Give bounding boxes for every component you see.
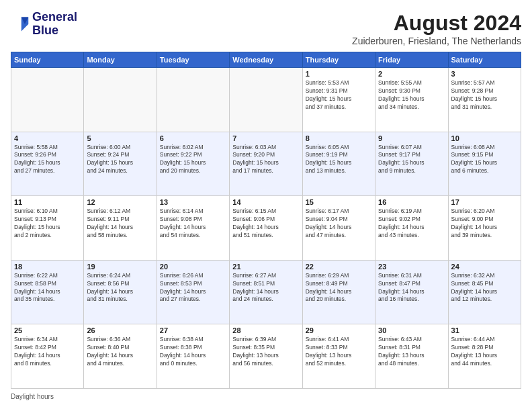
calendar-cell: 5Sunrise: 6:00 AMSunset: 9:24 PMDaylight… bbox=[84, 132, 157, 196]
day-info: Sunrise: 5:58 AMSunset: 9:26 PMDaylight:… bbox=[14, 144, 81, 176]
day-number: 1 bbox=[306, 70, 372, 78]
day-info: Sunrise: 6:24 AMSunset: 8:56 PMDaylight:… bbox=[87, 272, 153, 304]
day-number: 15 bbox=[306, 198, 372, 206]
calendar-header-saturday: Saturday bbox=[448, 52, 521, 68]
day-info: Sunrise: 6:43 AMSunset: 8:31 PMDaylight:… bbox=[378, 336, 445, 368]
day-number: 3 bbox=[451, 70, 518, 78]
day-number: 12 bbox=[87, 198, 153, 206]
calendar-cell bbox=[11, 68, 84, 132]
calendar-week-1: 1Sunrise: 5:53 AMSunset: 9:31 PMDaylight… bbox=[11, 68, 521, 132]
day-number: 6 bbox=[160, 134, 226, 142]
day-number: 10 bbox=[451, 134, 518, 142]
day-number: 31 bbox=[451, 326, 518, 334]
day-number: 8 bbox=[306, 134, 372, 142]
calendar-header-row: SundayMondayTuesdayWednesdayThursdayFrid… bbox=[11, 52, 521, 68]
calendar-cell: 9Sunrise: 6:07 AMSunset: 9:17 PMDaylight… bbox=[375, 132, 448, 196]
day-info: Sunrise: 6:29 AMSunset: 8:49 PMDaylight:… bbox=[306, 272, 372, 304]
day-number: 22 bbox=[306, 263, 372, 271]
calendar-cell: 6Sunrise: 6:02 AMSunset: 9:22 PMDaylight… bbox=[157, 132, 229, 196]
day-info: Sunrise: 6:15 AMSunset: 9:06 PMDaylight:… bbox=[232, 208, 299, 240]
footer: Daylight hours bbox=[11, 393, 521, 400]
day-number: 19 bbox=[87, 263, 153, 271]
day-number: 27 bbox=[160, 326, 226, 334]
logo-line2: Blue bbox=[32, 24, 77, 38]
calendar-week-4: 18Sunrise: 6:22 AMSunset: 8:58 PMDayligh… bbox=[11, 260, 521, 324]
day-number: 2 bbox=[378, 70, 445, 78]
day-info: Sunrise: 6:36 AMSunset: 8:40 PMDaylight:… bbox=[87, 336, 153, 368]
title-block: August 2024 Zuiderburen, Friesland, The … bbox=[352, 11, 521, 46]
day-info: Sunrise: 6:44 AMSunset: 8:28 PMDaylight:… bbox=[451, 336, 518, 368]
day-number: 30 bbox=[378, 326, 445, 334]
calendar-header-tuesday: Tuesday bbox=[157, 52, 229, 68]
calendar-cell: 29Sunrise: 6:41 AMSunset: 8:33 PMDayligh… bbox=[302, 324, 375, 389]
calendar-cell: 25Sunrise: 6:34 AMSunset: 8:42 PMDayligh… bbox=[11, 324, 84, 389]
day-info: Sunrise: 6:07 AMSunset: 9:17 PMDaylight:… bbox=[378, 144, 445, 176]
day-info: Sunrise: 6:19 AMSunset: 9:02 PMDaylight:… bbox=[378, 208, 445, 240]
calendar-cell: 8Sunrise: 6:05 AMSunset: 9:19 PMDaylight… bbox=[302, 132, 375, 196]
day-number: 4 bbox=[14, 134, 81, 142]
calendar-cell: 12Sunrise: 6:12 AMSunset: 9:11 PMDayligh… bbox=[84, 196, 157, 261]
logo: General Blue bbox=[11, 11, 77, 38]
calendar-header-monday: Monday bbox=[84, 52, 157, 68]
day-info: Sunrise: 6:27 AMSunset: 8:51 PMDaylight:… bbox=[232, 272, 299, 304]
calendar-cell: 11Sunrise: 6:10 AMSunset: 9:13 PMDayligh… bbox=[11, 196, 84, 261]
day-number: 17 bbox=[451, 198, 518, 206]
calendar-cell bbox=[84, 68, 157, 132]
calendar-cell: 2Sunrise: 5:55 AMSunset: 9:30 PMDaylight… bbox=[375, 68, 448, 132]
day-info: Sunrise: 6:31 AMSunset: 8:47 PMDaylight:… bbox=[378, 272, 445, 304]
calendar-cell: 19Sunrise: 6:24 AMSunset: 8:56 PMDayligh… bbox=[84, 260, 157, 324]
main-title: August 2024 bbox=[352, 11, 521, 36]
day-number: 18 bbox=[14, 263, 81, 271]
day-number: 14 bbox=[232, 198, 299, 206]
calendar-week-5: 25Sunrise: 6:34 AMSunset: 8:42 PMDayligh… bbox=[11, 324, 521, 389]
calendar-cell: 4Sunrise: 5:58 AMSunset: 9:26 PMDaylight… bbox=[11, 132, 84, 196]
day-info: Sunrise: 5:53 AMSunset: 9:31 PMDaylight:… bbox=[306, 79, 372, 111]
day-number: 23 bbox=[378, 263, 445, 271]
calendar-cell: 28Sunrise: 6:39 AMSunset: 8:35 PMDayligh… bbox=[230, 324, 302, 389]
calendar-table: SundayMondayTuesdayWednesdayThursdayFrid… bbox=[11, 52, 521, 389]
day-number: 21 bbox=[232, 263, 299, 271]
calendar-week-3: 11Sunrise: 6:10 AMSunset: 9:13 PMDayligh… bbox=[11, 196, 521, 261]
day-info: Sunrise: 6:10 AMSunset: 9:13 PMDaylight:… bbox=[14, 208, 81, 240]
calendar-header-thursday: Thursday bbox=[302, 52, 375, 68]
calendar-cell: 23Sunrise: 6:31 AMSunset: 8:47 PMDayligh… bbox=[375, 260, 448, 324]
day-number: 7 bbox=[232, 134, 299, 142]
footer-text: Daylight hours bbox=[11, 393, 54, 400]
day-number: 20 bbox=[160, 263, 226, 271]
day-info: Sunrise: 6:00 AMSunset: 9:24 PMDaylight:… bbox=[87, 144, 153, 176]
day-info: Sunrise: 5:55 AMSunset: 9:30 PMDaylight:… bbox=[378, 79, 445, 111]
calendar-cell: 15Sunrise: 6:17 AMSunset: 9:04 PMDayligh… bbox=[302, 196, 375, 261]
calendar-cell: 21Sunrise: 6:27 AMSunset: 8:51 PMDayligh… bbox=[230, 260, 302, 324]
day-number: 25 bbox=[14, 326, 81, 334]
calendar-cell: 22Sunrise: 6:29 AMSunset: 8:49 PMDayligh… bbox=[302, 260, 375, 324]
day-number: 13 bbox=[160, 198, 226, 206]
calendar-cell: 27Sunrise: 6:38 AMSunset: 8:38 PMDayligh… bbox=[157, 324, 229, 389]
day-info: Sunrise: 6:34 AMSunset: 8:42 PMDaylight:… bbox=[14, 336, 81, 368]
header: General Blue August 2024 Zuiderburen, Fr… bbox=[11, 11, 521, 46]
calendar-cell: 16Sunrise: 6:19 AMSunset: 9:02 PMDayligh… bbox=[375, 196, 448, 261]
day-info: Sunrise: 6:26 AMSunset: 8:53 PMDaylight:… bbox=[160, 272, 226, 304]
day-number: 5 bbox=[87, 134, 153, 142]
day-number: 9 bbox=[378, 134, 445, 142]
logo-icon bbox=[11, 15, 30, 34]
calendar-week-2: 4Sunrise: 5:58 AMSunset: 9:26 PMDaylight… bbox=[11, 132, 521, 196]
calendar-header-sunday: Sunday bbox=[11, 52, 84, 68]
day-number: 28 bbox=[232, 326, 299, 334]
day-number: 29 bbox=[306, 326, 372, 334]
day-number: 11 bbox=[14, 198, 81, 206]
day-info: Sunrise: 6:20 AMSunset: 9:00 PMDaylight:… bbox=[451, 208, 518, 240]
day-number: 26 bbox=[87, 326, 153, 334]
calendar-cell bbox=[157, 68, 229, 132]
day-number: 24 bbox=[451, 263, 518, 271]
calendar-header-wednesday: Wednesday bbox=[230, 52, 302, 68]
logo-line1: General bbox=[32, 11, 77, 24]
calendar-cell: 20Sunrise: 6:26 AMSunset: 8:53 PMDayligh… bbox=[157, 260, 229, 324]
day-number: 16 bbox=[378, 198, 445, 206]
day-info: Sunrise: 6:14 AMSunset: 9:08 PMDaylight:… bbox=[160, 208, 226, 240]
calendar-cell: 3Sunrise: 5:57 AMSunset: 9:28 PMDaylight… bbox=[448, 68, 521, 132]
subtitle: Zuiderburen, Friesland, The Netherlands bbox=[352, 36, 521, 46]
logo-text: General Blue bbox=[32, 11, 77, 38]
calendar-cell: 17Sunrise: 6:20 AMSunset: 9:00 PMDayligh… bbox=[448, 196, 521, 261]
day-info: Sunrise: 6:03 AMSunset: 9:20 PMDaylight:… bbox=[232, 144, 299, 176]
calendar-cell: 7Sunrise: 6:03 AMSunset: 9:20 PMDaylight… bbox=[230, 132, 302, 196]
